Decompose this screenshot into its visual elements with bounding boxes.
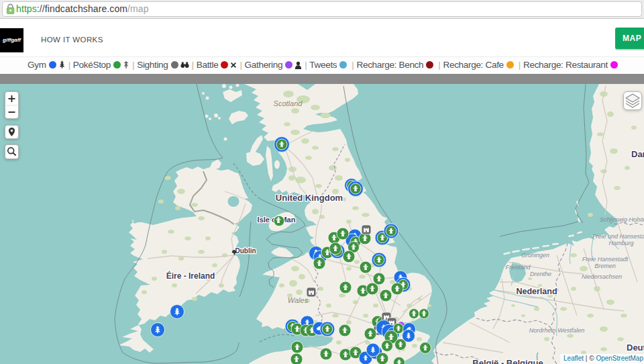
svg-text:Deutschland: Deutschland [627, 343, 644, 353]
svg-text:Freie Hansestadt: Freie Hansestadt [582, 256, 629, 263]
svg-text:Dublin: Dublin [235, 247, 256, 255]
svg-text:Wales: Wales [288, 296, 309, 304]
svg-text:België - Belgique: België - Belgique [472, 358, 543, 364]
svg-text:Hamburg: Hamburg [608, 240, 633, 246]
svg-text:Bremen: Bremen [594, 263, 616, 269]
svg-text:Nederland: Nederland [516, 287, 557, 296]
svg-text:United Kingdom: United Kingdom [276, 193, 343, 203]
svg-text:Schleswig-Holstein: Schleswig-Holstein [600, 216, 644, 223]
svg-text:Drenthe: Drenthe [530, 271, 551, 277]
svg-text:Niedersachsen: Niedersachsen [582, 273, 622, 280]
svg-text:Friesland: Friesland [505, 264, 531, 271]
svg-text:Freie und Hansestadt: Freie und Hansestadt [592, 233, 644, 240]
svg-text:Nordrhein-Westfalen: Nordrhein-Westfalen [529, 327, 584, 334]
svg-text:Scotland: Scotland [274, 99, 303, 107]
svg-text:Éire - Ireland: Éire - Ireland [166, 271, 215, 281]
svg-text:Groningen: Groningen [521, 252, 549, 259]
svg-text:Danmark: Danmark [631, 149, 644, 159]
